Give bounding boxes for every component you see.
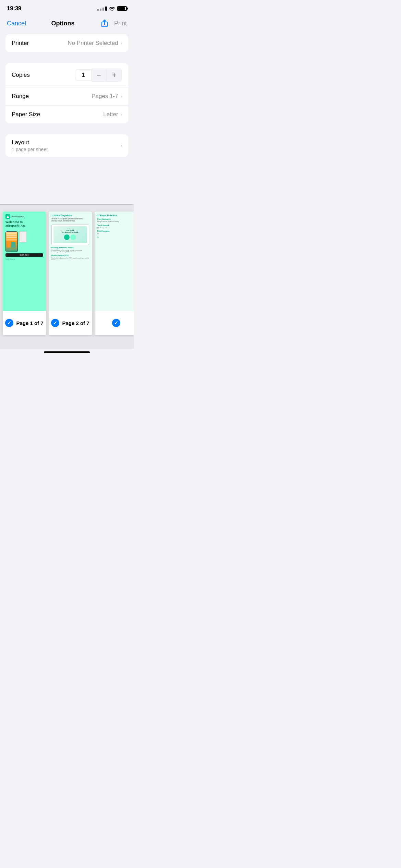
copies-label: Copies bbox=[12, 72, 30, 79]
page-1-label-area: ✓ Page 1 of 7 bbox=[3, 311, 46, 335]
increment-button[interactable]: + bbox=[107, 69, 122, 81]
wifi-icon bbox=[109, 6, 115, 11]
page-1-content: Afirstsoft PDF Welcome to afirstsoft PDF bbox=[3, 212, 46, 311]
layout-subtitle: 1 page per sheet bbox=[12, 147, 48, 152]
preview-page-3[interactable]: 2. Read, E Before Page Navigation Naviga… bbox=[95, 212, 134, 335]
page-3-content: 2. Read, E Before Page Navigation Naviga… bbox=[95, 212, 134, 311]
page-3-rich-section: Rich Formattin Cr bbox=[97, 230, 134, 235]
preview-page-1[interactable]: Afirstsoft PDF Welcome to afirstsoft PDF bbox=[3, 212, 46, 335]
printer-value-group: No Printer Selected › bbox=[68, 40, 122, 47]
layout-title: Layout bbox=[12, 139, 48, 146]
copies-stepper: − + bbox=[92, 69, 122, 82]
page-3-text-section: Text & Image E Effortlessly add, m bbox=[97, 224, 134, 229]
check-icon-3: ✓ bbox=[114, 321, 118, 325]
decrement-button[interactable]: − bbox=[92, 69, 107, 81]
preview-page-2[interactable]: 1. Work Anywhere Afirstsoft PDF supports… bbox=[49, 212, 92, 335]
mini-device bbox=[19, 231, 27, 242]
paper-size-row[interactable]: Paper Size Letter › bbox=[5, 105, 128, 123]
layout-chevron-icon: › bbox=[120, 143, 122, 149]
signal-icon bbox=[97, 7, 107, 11]
check-icon-1: ✓ bbox=[7, 321, 11, 325]
printer-row[interactable]: Printer No Printer Selected › bbox=[5, 34, 128, 52]
svg-marker-1 bbox=[7, 215, 9, 218]
copies-row: Copies 1 − + bbox=[5, 63, 128, 87]
settings-card: Copies 1 − + Range Pages 1-7 › Paper Siz… bbox=[5, 63, 128, 123]
page-3-text-desc: Effortlessly add, m bbox=[97, 227, 134, 229]
home-indicator bbox=[0, 349, 134, 355]
spacer bbox=[0, 160, 134, 204]
copies-value: 1 bbox=[75, 69, 92, 81]
nav-bar: Cancel Options Print bbox=[0, 15, 134, 34]
page-2-check: ✓ bbox=[51, 319, 59, 327]
range-value: Pages 1-7 bbox=[92, 93, 118, 100]
page-2-content: 1. Work Anywhere Afirstsoft PDF supports… bbox=[49, 212, 92, 311]
check-icon-2: ✓ bbox=[53, 321, 57, 325]
paper-size-value-group: Letter › bbox=[103, 111, 122, 118]
platform-mobile-desc: Read, edit, and comment on PDFs anywhere… bbox=[51, 257, 89, 261]
page-1-title: Welcome to afirstsoft PDF bbox=[5, 220, 43, 228]
nav-title: Options bbox=[51, 20, 75, 27]
page-1-check: ✓ bbox=[5, 319, 13, 327]
work-anywhere-title: 1. Work Anywhere bbox=[51, 214, 89, 217]
page-1-badge: NOW 2024 bbox=[5, 253, 43, 257]
print-button[interactable]: Print bbox=[114, 20, 127, 27]
page-3-title: 2. Read, E Before bbox=[97, 214, 134, 217]
page-3-label-area: ✓ bbox=[95, 311, 134, 335]
page-3-rich-title: Rich Formattin bbox=[97, 230, 134, 232]
share-button[interactable] bbox=[100, 18, 109, 29]
platform-desktop-desc: Powerful features for reading, editing, … bbox=[51, 249, 89, 253]
work-anywhere-desc: Afirstsoft PDF supports synchronization … bbox=[51, 218, 89, 222]
status-time: 19:39 bbox=[7, 5, 21, 12]
phone-mock-main bbox=[5, 231, 18, 252]
range-row[interactable]: Range Pages 1-7 › bbox=[5, 87, 128, 105]
page-2-label: Page 2 of 7 bbox=[62, 320, 89, 326]
screenshot-mock: BECOME STRONG INSIDE bbox=[51, 225, 89, 245]
platform-mobile-label: Mobile (Android, iOS) bbox=[51, 254, 89, 256]
range-value-group: Pages 1-7 › bbox=[92, 93, 122, 100]
screenshot-inner: BECOME STRONG INSIDE bbox=[53, 226, 87, 243]
status-icons bbox=[97, 6, 127, 11]
layout-card[interactable]: Layout 1 page per sheet › bbox=[5, 134, 128, 157]
preview-strip: Afirstsoft PDF Welcome to afirstsoft PDF bbox=[0, 205, 134, 349]
printer-chevron-icon: › bbox=[120, 40, 122, 46]
layout-row[interactable]: Layout 1 page per sheet › bbox=[5, 134, 128, 157]
page-3-thumb: 2. Read, E Before Page Navigation Naviga… bbox=[95, 212, 134, 311]
home-bar bbox=[44, 351, 90, 353]
page-3-nav-desc: Navigate directly to efficient reading. bbox=[97, 221, 134, 223]
printer-label: Printer bbox=[12, 40, 29, 47]
page-1-tagline: Graffiti Cultures bbox=[5, 258, 43, 260]
page-1-thumb: Afirstsoft PDF Welcome to afirstsoft PDF bbox=[3, 212, 46, 311]
page-3-check: ✓ bbox=[112, 319, 120, 327]
page-3-section-3: 3. bbox=[97, 236, 134, 238]
logo-text: Afirstsoft PDF bbox=[12, 216, 24, 218]
phone-mockup bbox=[5, 231, 43, 252]
page-1-label: Page 1 of 7 bbox=[16, 320, 43, 326]
range-chevron-icon: › bbox=[120, 93, 122, 99]
page-3-nav-title: Page Navigation bbox=[97, 218, 134, 220]
page-2-label-area: ✓ Page 2 of 7 bbox=[49, 311, 92, 335]
phone-screen bbox=[6, 232, 17, 252]
afirstsoft-logo-icon bbox=[5, 214, 10, 219]
battery-icon bbox=[117, 6, 127, 11]
status-bar: 19:39 bbox=[0, 0, 134, 15]
platform-desktop-label: Desktop (Windows, macOS) bbox=[51, 246, 89, 249]
range-label: Range bbox=[12, 93, 29, 100]
options-content: Printer No Printer Selected › Copies 1 −… bbox=[0, 34, 134, 157]
paper-size-chevron-icon: › bbox=[120, 111, 122, 118]
page-3-rich-desc: Cr bbox=[97, 233, 134, 235]
printer-card: Printer No Printer Selected › bbox=[5, 34, 128, 52]
copies-control: 1 − + bbox=[75, 69, 122, 82]
paper-size-label: Paper Size bbox=[12, 111, 40, 118]
printer-value: No Printer Selected bbox=[68, 40, 118, 47]
cancel-button[interactable]: Cancel bbox=[7, 19, 26, 28]
mobile-section: Mobile (Android, iOS) Read, edit, and co… bbox=[51, 254, 89, 261]
layout-info: Layout 1 page per sheet bbox=[12, 139, 48, 152]
nav-right-actions: Print bbox=[100, 18, 127, 29]
paper-size-value: Letter bbox=[103, 111, 118, 118]
page-2-thumb: 1. Work Anywhere Afirstsoft PDF supports… bbox=[49, 212, 92, 311]
page-3-text-title: Text & Image E bbox=[97, 224, 134, 226]
page-1-logo: Afirstsoft PDF bbox=[5, 214, 43, 219]
